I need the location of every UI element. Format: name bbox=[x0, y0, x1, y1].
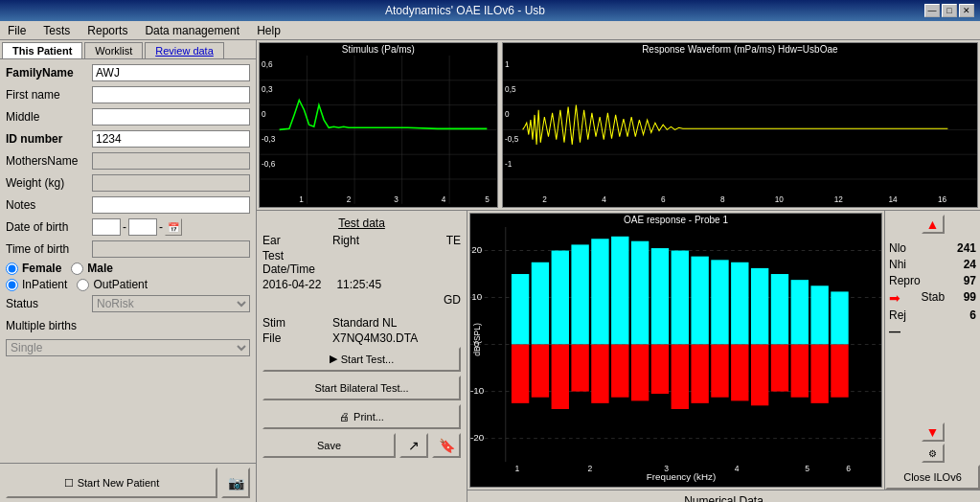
down-arrow-icon: ▼ bbox=[926, 424, 940, 440]
dob-row: Date of birth - - 📅 bbox=[6, 217, 250, 237]
start-test-icon: ▶ bbox=[330, 353, 337, 365]
test-datetime-row: 2016-04-22 11:25:45 bbox=[262, 278, 461, 291]
response-title: Response Waveform (mPa/ms) Hdw=UsbOae bbox=[503, 43, 977, 56]
svg-text:4: 4 bbox=[735, 464, 740, 473]
title-bar: Atodynamics' OAE ILOv6 - Usb — □ ✕ bbox=[0, 0, 980, 21]
menu-help[interactable]: Help bbox=[253, 24, 285, 37]
gd-value: GD bbox=[444, 293, 461, 307]
sidebar-arrows: ▲ bbox=[885, 211, 980, 238]
svg-text:-1: -1 bbox=[505, 160, 513, 169]
patient-form: FamilyName First name Middle ID number M… bbox=[0, 59, 256, 463]
save-icon-button[interactable]: ↗ bbox=[399, 433, 428, 458]
nlo-value: 241 bbox=[957, 241, 976, 255]
response-chart: Response Waveform (mPa/ms) Hdw=UsbOae 1 … bbox=[502, 42, 978, 208]
left-panel: This Patient Worklist Review data Family… bbox=[0, 40, 257, 502]
title-text: Atodynamics' OAE ILOv6 - Usb bbox=[6, 4, 924, 17]
metrics-panel: Nlo 241 Nhi 24 Repro 97 bbox=[885, 238, 980, 422]
maximize-button[interactable]: □ bbox=[942, 4, 957, 17]
start-bilateral-button[interactable]: Start Bilateral Test... bbox=[262, 376, 461, 400]
up-arrow-button[interactable]: ▲ bbox=[922, 215, 945, 234]
new-patient-button[interactable]: ☐ Start New Patient bbox=[6, 468, 217, 498]
svg-text:14: 14 bbox=[888, 195, 898, 204]
print-label: Print... bbox=[353, 411, 384, 422]
camera-button[interactable]: 📷 bbox=[221, 468, 250, 498]
svg-text:3: 3 bbox=[664, 464, 669, 473]
weight-label: Weight (kg) bbox=[6, 176, 92, 190]
down-arrow-button[interactable]: ▼ bbox=[922, 422, 945, 442]
dob-day[interactable] bbox=[92, 218, 121, 236]
file-row: File X7NQ4M30.DTA bbox=[262, 331, 461, 345]
svg-rect-56 bbox=[571, 244, 588, 344]
family-name-label: FamilyName bbox=[6, 66, 92, 80]
svg-rect-77 bbox=[651, 344, 669, 393]
outpatient-radio[interactable] bbox=[77, 279, 89, 291]
dash-value: — bbox=[889, 325, 900, 338]
multiple-births-select[interactable]: Single bbox=[6, 339, 250, 356]
female-radio[interactable] bbox=[6, 262, 18, 275]
menu-reports[interactable]: Reports bbox=[83, 24, 131, 37]
svg-text:1: 1 bbox=[515, 464, 520, 473]
svg-text:4: 4 bbox=[442, 195, 446, 204]
settings-button[interactable]: ⚙ bbox=[922, 444, 945, 463]
family-name-input[interactable] bbox=[92, 64, 250, 81]
stimulus-chart: Stimulus (Pa/ms) 0,6 0,3 0 bbox=[259, 42, 498, 208]
close-window-button[interactable]: ✕ bbox=[959, 4, 974, 17]
repro-value: 97 bbox=[964, 274, 976, 287]
dob-calendar-button[interactable]: 📅 bbox=[165, 218, 182, 236]
svg-rect-65 bbox=[751, 268, 768, 345]
dash-row: — bbox=[889, 325, 976, 338]
middle-label: Middle bbox=[6, 110, 92, 124]
svg-rect-86 bbox=[831, 344, 848, 397]
notes-input[interactable] bbox=[92, 196, 250, 214]
stimulus-svg: 0,6 0,3 0 -0,3 -0,6 1 2 3 4 5 bbox=[260, 56, 497, 204]
start-test-label: Start Test... bbox=[341, 354, 394, 365]
nhi-row: Nhi 24 bbox=[889, 258, 976, 271]
tab-this-patient[interactable]: This Patient bbox=[2, 42, 82, 58]
stim-value: Standard NL bbox=[332, 316, 397, 330]
svg-rect-68 bbox=[810, 285, 828, 344]
male-radio[interactable] bbox=[71, 262, 83, 275]
first-name-label: First name bbox=[6, 88, 92, 102]
status-select[interactable]: NoRisk bbox=[92, 295, 250, 312]
first-name-input[interactable] bbox=[92, 86, 250, 103]
main-layout: This Patient Worklist Review data Family… bbox=[0, 40, 980, 502]
dob-month[interactable] bbox=[128, 218, 157, 236]
tob-input[interactable] bbox=[92, 240, 250, 258]
svg-rect-85 bbox=[810, 344, 828, 402]
menu-tests[interactable]: Tests bbox=[39, 24, 74, 37]
menu-bar: File Tests Reports Data management Help bbox=[0, 21, 980, 40]
test-data-panel: Test data Ear Right TE Test Date/Time 20… bbox=[257, 211, 467, 502]
test-date-label: Test Date/Time bbox=[262, 249, 325, 276]
svg-text:Frequency (kHz): Frequency (kHz) bbox=[647, 470, 716, 481]
inpatient-radio[interactable] bbox=[6, 279, 18, 291]
menu-data-management[interactable]: Data management bbox=[141, 24, 243, 37]
menu-file[interactable]: File bbox=[4, 24, 30, 37]
stab-arrow-icon: ➡ bbox=[889, 290, 900, 306]
tab-worklist[interactable]: Worklist bbox=[84, 42, 143, 58]
svg-text:-0,3: -0,3 bbox=[262, 135, 276, 144]
start-test-button[interactable]: ▶ Start Test... bbox=[262, 347, 461, 372]
save-button[interactable]: Save bbox=[262, 433, 396, 458]
mothers-name-input[interactable] bbox=[92, 152, 250, 170]
outpatient-radio-group: OutPatient bbox=[77, 278, 148, 291]
svg-rect-57 bbox=[591, 239, 608, 344]
id-number-input[interactable] bbox=[92, 130, 250, 148]
minimize-button[interactable]: — bbox=[924, 4, 940, 17]
weight-input[interactable] bbox=[92, 174, 250, 192]
svg-text:-20: -20 bbox=[470, 432, 485, 443]
svg-rect-78 bbox=[672, 344, 689, 408]
tab-review-data[interactable]: Review data bbox=[145, 42, 224, 58]
bookmark-button[interactable]: 🔖 bbox=[432, 433, 461, 458]
nhi-value: 24 bbox=[964, 258, 976, 271]
svg-text:20: 20 bbox=[471, 244, 482, 255]
close-ilov6-button[interactable]: Close ILOv6 bbox=[885, 465, 980, 490]
svg-text:6: 6 bbox=[846, 464, 851, 473]
print-icon: 🖨 bbox=[339, 411, 350, 422]
new-patient-icon: ☐ bbox=[64, 477, 74, 490]
middle-input[interactable] bbox=[92, 108, 250, 126]
svg-text:-0,5: -0,5 bbox=[505, 135, 519, 144]
print-button[interactable]: 🖨 Print... bbox=[262, 404, 461, 429]
window-controls: — □ ✕ bbox=[924, 4, 974, 17]
save-row: Save ↗ 🔖 bbox=[262, 433, 461, 458]
svg-rect-83 bbox=[771, 344, 788, 391]
